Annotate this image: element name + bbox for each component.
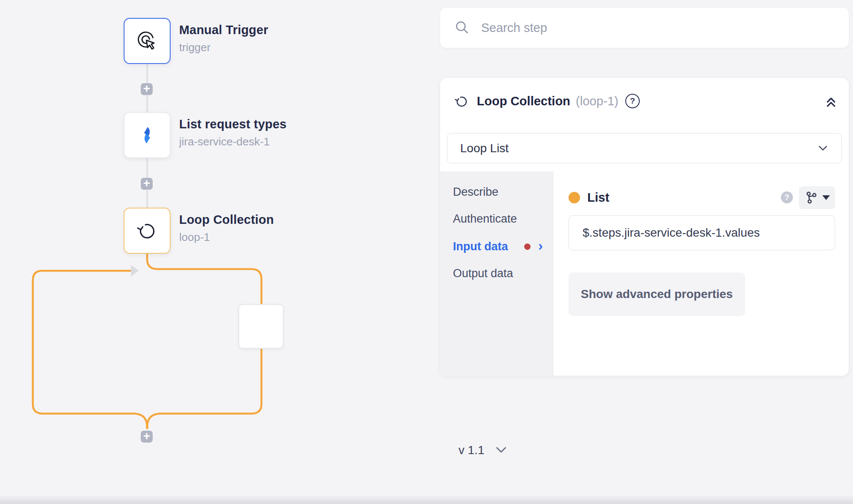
input-data-content: List ? Show advanced	[554, 171, 849, 376]
help-icon[interactable]: ?	[625, 94, 640, 108]
loop-body-placeholder-step[interactable]	[238, 304, 284, 349]
field-label: List	[587, 191, 609, 205]
caret-down-icon	[822, 195, 830, 200]
operation-value: Loop List	[460, 142, 509, 155]
loop-icon	[454, 93, 470, 109]
tab-describe[interactable]: Describe	[453, 184, 499, 200]
add-step-button[interactable]: +	[141, 178, 153, 190]
tab-sidebar: Describe Authenticate Input data › Outpu…	[440, 171, 554, 376]
node-title: Manual Trigger	[179, 23, 268, 37]
panel-step-id: (loop-1)	[576, 94, 618, 108]
node-title: Loop Collection	[179, 212, 274, 227]
operation-select[interactable]: Loop List	[447, 133, 842, 163]
tab-output-data[interactable]: Output data	[453, 266, 513, 281]
connector-line	[146, 95, 148, 113]
panel-title: Loop Collection	[477, 94, 570, 108]
chevron-down-icon	[817, 142, 829, 154]
list-jsonpath-input[interactable]	[569, 226, 835, 240]
connector-line	[146, 158, 148, 178]
node-subtitle: loop-1	[179, 231, 274, 243]
node-label: Loop Collection loop-1	[179, 212, 274, 243]
required-dot-icon	[569, 192, 580, 203]
plus-icon: +	[143, 430, 150, 442]
show-advanced-properties-button[interactable]: Show advanced properties	[569, 272, 745, 316]
node-label: List request types jira-service-desk-1	[179, 117, 287, 148]
node-title: List request types	[179, 117, 287, 131]
tab-input-data[interactable]: Input data ›	[453, 239, 543, 254]
node-subtitle: jira-service-desk-1	[179, 135, 287, 148]
tab-authenticate[interactable]: Authenticate	[453, 211, 517, 226]
git-branch-icon	[804, 191, 818, 205]
loop-return-arrow-icon	[131, 265, 139, 277]
node-label: Manual Trigger trigger	[179, 23, 268, 54]
plus-icon: +	[143, 177, 150, 189]
workflow-builder-screen: + + + Manual Trigger trigger List reques…	[0, 0, 853, 504]
node-manual-trigger[interactable]	[124, 18, 171, 64]
double-chevron-up-icon	[824, 95, 838, 108]
collapse-panel-button[interactable]	[824, 95, 838, 108]
error-dot-icon	[524, 243, 531, 250]
list-value-field	[569, 215, 835, 250]
version-label: v 1.1	[458, 443, 485, 457]
connector-line	[146, 189, 148, 208]
field-help-icon[interactable]: ?	[781, 191, 793, 203]
node-subtitle: trigger	[179, 41, 268, 54]
panel-body: Describe Authenticate Input data › Outpu…	[440, 171, 849, 376]
mapping-mode-button[interactable]	[799, 186, 835, 209]
connector-line	[146, 64, 148, 84]
step-search-bar	[440, 8, 849, 48]
loop-icon	[136, 219, 159, 242]
step-properties-panel: Loop Collection (loop-1) ? Loop List Des…	[440, 78, 849, 376]
jira-service-desk-icon	[137, 125, 157, 145]
manual-trigger-click-icon	[136, 30, 158, 52]
panel-header: Loop Collection (loop-1) ?	[454, 89, 838, 113]
search-icon	[455, 20, 469, 35]
search-step-input[interactable]	[480, 20, 834, 35]
chevron-down-icon	[495, 446, 508, 455]
add-step-button[interactable]: +	[141, 431, 153, 443]
version-selector[interactable]: v 1.1	[458, 443, 508, 457]
field-row-list: List ?	[569, 185, 835, 209]
chevron-right-icon: ›	[538, 238, 543, 254]
add-step-button[interactable]: +	[141, 83, 153, 95]
plus-icon: +	[143, 83, 150, 95]
node-list-request-types[interactable]	[124, 112, 171, 158]
node-loop-collection[interactable]	[124, 208, 171, 254]
